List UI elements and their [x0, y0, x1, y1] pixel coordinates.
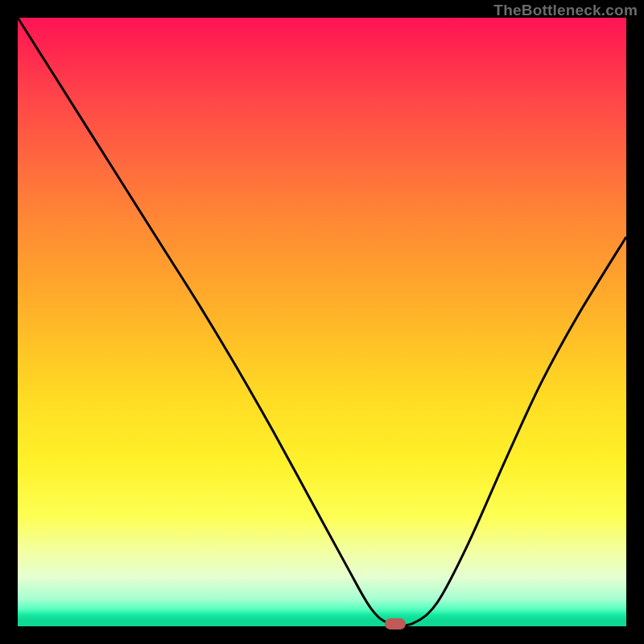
- watermark-text: TheBottleneck.com: [493, 2, 638, 19]
- curve-path: [18, 18, 626, 625]
- minimum-marker: [385, 618, 406, 630]
- bottleneck-curve: [18, 18, 626, 626]
- chart-frame: TheBottleneck.com: [0, 0, 644, 644]
